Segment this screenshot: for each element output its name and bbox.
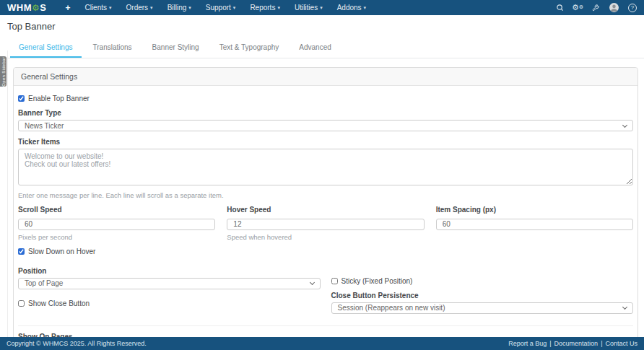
position-select[interactable]: Top of Page — [18, 278, 321, 289]
chevron-down-icon: ▾ — [277, 5, 280, 11]
menu-clients[interactable]: Clients ▾ — [84, 4, 111, 12]
item-spacing-input[interactable] — [436, 219, 633, 230]
content-left-divider — [7, 51, 8, 337]
page-header: Top Banner — [0, 15, 644, 32]
search-icon[interactable] — [555, 4, 564, 12]
user-avatar[interactable] — [609, 3, 619, 12]
top-navbar: WHM⚙S + Clients ▾ Orders ▾ Billing ▾ Sup… — [0, 0, 644, 15]
hover-speed-help: Speed when hovered — [227, 233, 424, 241]
select-chevron-icon — [622, 305, 627, 310]
position-label: Position — [18, 267, 321, 275]
chevron-down-icon: ▾ — [364, 5, 367, 11]
hover-speed-label: Hover Speed — [227, 206, 424, 214]
logo-gear-icon: ⚙ — [32, 3, 40, 13]
banner-type-select[interactable]: News Ticker — [18, 120, 633, 131]
show-close-button-label: Show Close Button — [28, 299, 90, 307]
tab-general-settings[interactable]: General Settings — [10, 39, 82, 58]
footer-separator: | — [549, 340, 551, 347]
logo-text-suffix: S — [40, 2, 46, 13]
ticker-items-textarea[interactable] — [18, 149, 633, 185]
scroll-speed-help: Pixels per second — [18, 233, 215, 241]
hover-speed-input[interactable] — [227, 219, 424, 230]
system-settings-cogs-icon[interactable]: ⚙⚙ — [573, 4, 582, 12]
slow-down-hover-checkbox[interactable] — [18, 248, 25, 255]
report-a-bug-link[interactable]: Report a Bug — [508, 340, 547, 347]
enable-top-banner-checkbox[interactable] — [18, 95, 25, 102]
select-chevron-icon — [309, 280, 314, 285]
close-persistence-select[interactable]: Session (Reappears on new visit) — [331, 302, 634, 314]
tab-banner-styling[interactable]: Banner Styling — [144, 39, 208, 58]
item-spacing-label: Item Spacing (px) — [436, 206, 633, 214]
section-divider — [18, 325, 633, 326]
ticker-items-help: Enter one message per line. Each line wi… — [18, 191, 633, 199]
banner-type-label: Banner Type — [18, 109, 633, 117]
quick-add-button[interactable]: + — [65, 3, 70, 13]
footer-separator: | — [601, 340, 602, 347]
wrench-icon[interactable] — [591, 4, 600, 12]
enable-top-banner-label: Enable Top Banner — [28, 95, 90, 102]
chevron-down-icon: ▾ — [233, 5, 236, 11]
help-icon[interactable]: ? — [628, 4, 637, 12]
show-close-button-row: Show Close Button — [18, 299, 321, 307]
menu-utilities[interactable]: Utilities ▾ — [295, 4, 323, 12]
footer-links: Report a Bug | Documentation | Contact U… — [508, 340, 638, 347]
scroll-speed-input[interactable] — [18, 219, 215, 230]
main-menu: Clients ▾ Orders ▾ Billing ▾ Support ▾ R… — [84, 4, 366, 12]
menu-orders[interactable]: Orders ▾ — [126, 4, 153, 12]
panel-header: General Settings — [14, 68, 638, 86]
open-sidebar-toggle[interactable]: Open Sidebar — [0, 56, 6, 87]
logo-text-prefix: WHM — [7, 2, 32, 13]
menu-addons[interactable]: Addons ▾ — [337, 4, 366, 12]
tab-bar: General Settings Translations Banner Sty… — [0, 39, 644, 58]
enable-top-banner-row: Enable Top Banner — [18, 95, 633, 102]
ticker-items-label: Ticker Items — [18, 138, 633, 146]
chevron-down-icon: ▾ — [320, 5, 323, 11]
general-settings-panel: General Settings Enable Top Banner Banne… — [13, 67, 638, 350]
navbar-utility-icons: ⚙⚙ ? — [555, 3, 637, 12]
chevron-down-icon: ▾ — [109, 5, 112, 11]
whmcs-logo[interactable]: WHM⚙S — [7, 2, 46, 13]
show-close-button-checkbox[interactable] — [18, 300, 25, 307]
contact-us-link[interactable]: Contact Us — [605, 340, 638, 347]
select-chevron-icon — [622, 122, 627, 127]
page-title: Top Banner — [7, 21, 637, 32]
menu-reports[interactable]: Reports ▾ — [250, 4, 280, 12]
documentation-link[interactable]: Documentation — [554, 340, 599, 347]
scroll-speed-label: Scroll Speed — [18, 206, 215, 214]
copyright-text: Copyright © WHMCS 2025. All Rights Reser… — [6, 340, 147, 347]
slow-down-hover-row: Slow Down on Hover — [18, 248, 633, 255]
close-persistence-label: Close Button Persistence — [331, 292, 634, 299]
chevron-down-icon: ▾ — [188, 5, 191, 11]
sticky-checkbox[interactable] — [331, 278, 338, 284]
menu-billing[interactable]: Billing ▾ — [167, 4, 191, 12]
open-sidebar-label: Open Sidebar — [1, 57, 6, 87]
tab-text-typography[interactable]: Text & Typography — [211, 39, 288, 58]
tab-advanced[interactable]: Advanced — [290, 39, 339, 58]
chevron-down-icon: ▾ — [150, 5, 153, 11]
sticky-row: Sticky (Fixed Position) — [331, 277, 634, 285]
slow-down-hover-label: Slow Down on Hover — [28, 248, 95, 255]
sticky-label: Sticky (Fixed Position) — [341, 277, 413, 285]
menu-support[interactable]: Support ▾ — [206, 4, 236, 12]
footer-bar: Copyright © WHMCS 2025. All Rights Reser… — [0, 337, 644, 350]
tab-translations[interactable]: Translations — [84, 39, 141, 58]
